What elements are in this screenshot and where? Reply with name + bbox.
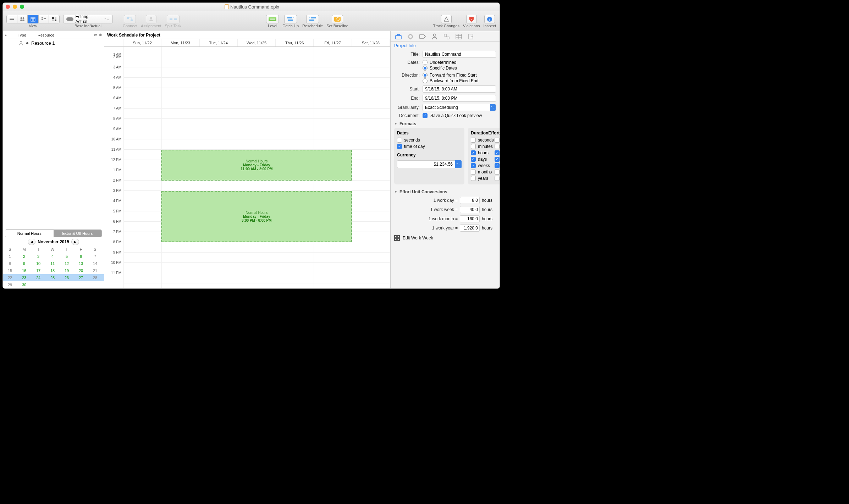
quicklook-checkbox[interactable]	[423, 113, 428, 118]
granularity-select[interactable]: Exact Scheduling⌃⌄	[423, 104, 496, 111]
styles-icon[interactable]	[443, 33, 450, 40]
currency-field[interactable]: ⌃⌄	[397, 160, 462, 168]
eff-hours-checkbox[interactable]	[495, 150, 500, 155]
calendar-day[interactable]: 22	[3, 274, 17, 281]
calendar-day[interactable]: 13	[74, 260, 88, 267]
calendar-day[interactable]: 4	[45, 253, 60, 260]
calendar-day[interactable]: 14	[88, 260, 102, 267]
resource-row[interactable]: Resource 1	[3, 39, 104, 47]
inspect-button[interactable]: i	[484, 15, 495, 23]
calendar-day[interactable]: 9	[17, 260, 31, 267]
calendar-day[interactable]: 29	[3, 281, 17, 288]
calendar-day[interactable]: 19	[60, 267, 74, 274]
calendar-day[interactable]: 6	[74, 253, 88, 260]
calendar-day[interactable]: 26	[60, 274, 74, 281]
eff-years-checkbox[interactable]	[495, 176, 500, 181]
reschedule-button[interactable]	[306, 15, 319, 23]
prev-month-button[interactable]: ◀	[28, 239, 35, 245]
dur-hours-checkbox[interactable]	[471, 150, 476, 155]
eff-days-checkbox[interactable]	[495, 157, 500, 162]
table-icon[interactable]	[455, 33, 462, 40]
user-icon[interactable]	[431, 33, 438, 40]
end-date-field[interactable]	[423, 95, 496, 102]
date-timeofday-checkbox[interactable]	[397, 144, 402, 149]
violations-button[interactable]	[466, 15, 477, 23]
baseline-actual-selector[interactable]: Editing: Actual ⌃⌄	[63, 15, 113, 23]
close-icon[interactable]	[6, 5, 10, 9]
dur-seconds-checkbox[interactable]	[471, 138, 476, 143]
calendar-day[interactable]	[60, 281, 74, 288]
view-mode-segmented[interactable]	[6, 15, 60, 23]
split-task-button[interactable]	[167, 15, 180, 23]
type-header[interactable]: Type	[13, 33, 34, 37]
eff-minutes-checkbox[interactable]	[495, 144, 500, 149]
schedule-block-1[interactable]: Normal Hours Monday - Friday 11:00 AM - …	[161, 150, 352, 181]
disclosure-icon[interactable]: ▼	[394, 190, 397, 194]
schedule-block-2[interactable]: Normal Hours Monday - Friday 3:00 PM - 8…	[161, 191, 352, 242]
calendar-day[interactable]: 5	[60, 253, 74, 260]
minimize-icon[interactable]	[13, 5, 17, 9]
dur-months-checkbox[interactable]	[471, 170, 476, 175]
dur-days-checkbox[interactable]	[471, 157, 476, 162]
dur-weeks-checkbox[interactable]	[471, 163, 476, 168]
calendar-day[interactable]: 24	[31, 274, 45, 281]
zoom-icon[interactable]	[20, 5, 24, 9]
calendar-day[interactable]: 30	[17, 281, 31, 288]
calendar-day[interactable]: 18	[45, 267, 60, 274]
direction-forward-radio[interactable]	[423, 73, 428, 78]
day-column[interactable]	[352, 47, 390, 288]
calendar-day[interactable]: 20	[74, 267, 88, 274]
milestone-icon[interactable]	[419, 33, 426, 40]
project-title-field[interactable]	[423, 51, 496, 58]
calendar-day[interactable]	[74, 281, 88, 288]
calendar-day[interactable]: 23	[17, 274, 31, 281]
calendar-day[interactable]	[88, 281, 102, 288]
dates-specific-radio[interactable]	[423, 66, 428, 71]
assignment-button[interactable]	[146, 15, 156, 23]
calendar-day[interactable]: 7	[88, 253, 102, 260]
mini-calendar[interactable]: SMTWTFS 12345678910111213141516171819202…	[3, 246, 104, 288]
conv-month-field[interactable]	[460, 215, 480, 222]
dur-minutes-checkbox[interactable]	[471, 144, 476, 149]
direction-backward-radio[interactable]	[423, 78, 428, 83]
day-column[interactable]	[123, 47, 161, 288]
resource-header[interactable]: Resource	[38, 33, 90, 37]
dur-years-checkbox[interactable]	[471, 176, 476, 181]
start-date-field[interactable]	[423, 85, 496, 93]
eff-seconds-checkbox[interactable]	[495, 138, 500, 143]
calendar-day[interactable]	[31, 281, 45, 288]
connect-button[interactable]	[124, 15, 136, 23]
calendar-day[interactable]: 11	[45, 260, 60, 267]
calendar-day[interactable]: 8	[3, 260, 17, 267]
calendar-day[interactable]: 17	[31, 267, 45, 274]
conv-week-field[interactable]	[460, 206, 480, 213]
level-button[interactable]	[266, 15, 279, 23]
set-baseline-button[interactable]	[332, 15, 343, 23]
eff-months-checkbox[interactable]	[495, 170, 500, 175]
calendar-day[interactable]: 25	[45, 274, 60, 281]
calendar-day[interactable]: 28	[88, 274, 102, 281]
calendar-day[interactable]: 16	[17, 267, 31, 274]
calendar-day[interactable]: 10	[31, 260, 45, 267]
calendar-day[interactable]: 27	[74, 274, 88, 281]
conv-year-field[interactable]	[460, 225, 480, 232]
eff-weeks-checkbox[interactable]	[495, 163, 500, 168]
calendar-day[interactable]: 1	[3, 253, 17, 260]
catch-up-button[interactable]	[284, 15, 297, 23]
briefcase-icon[interactable]	[395, 33, 402, 40]
tab-extra-off-hours[interactable]: Extra & Off Hours	[54, 230, 102, 237]
disclosure-icon[interactable]: ▼	[394, 122, 397, 126]
export-icon[interactable]	[467, 33, 474, 40]
tab-normal-hours[interactable]: Normal Hours	[5, 230, 54, 237]
track-changes-button[interactable]	[441, 15, 452, 23]
calendar-day[interactable]	[45, 281, 60, 288]
hours-tab-segmented[interactable]: Normal Hours Extra & Off Hours	[5, 229, 102, 237]
calendar-day[interactable]: 3	[31, 253, 45, 260]
calendar-day[interactable]: 15	[3, 267, 17, 274]
conv-day-field[interactable]	[460, 197, 480, 204]
date-seconds-checkbox[interactable]	[397, 138, 402, 143]
dates-undetermined-radio[interactable]	[423, 60, 428, 65]
calendar-day[interactable]: 21	[88, 267, 102, 274]
diamond-icon[interactable]	[407, 33, 414, 40]
calendar-day[interactable]: 2	[17, 253, 31, 260]
